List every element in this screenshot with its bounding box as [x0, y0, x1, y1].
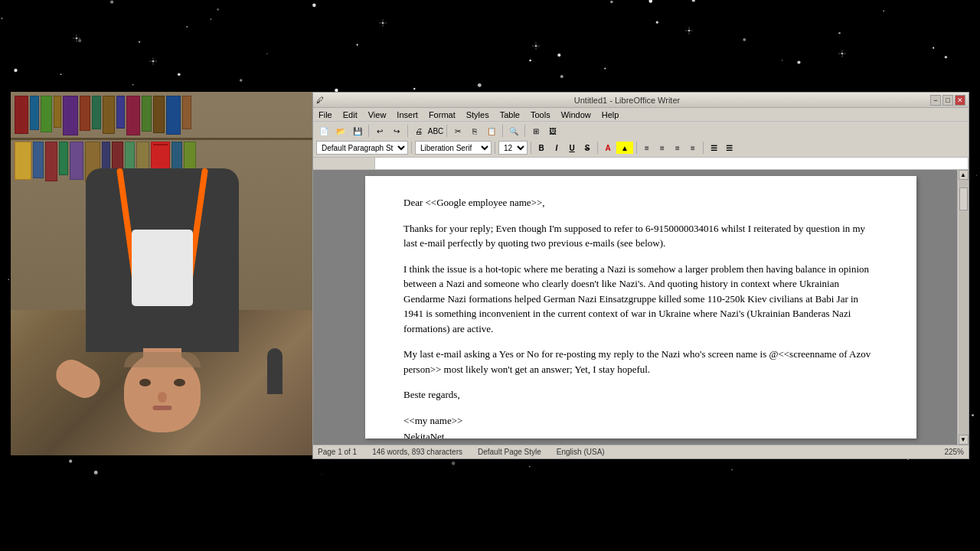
separator-2: [407, 125, 408, 137]
find-button[interactable]: 🔍: [506, 124, 521, 138]
minimize-button[interactable]: −: [930, 95, 941, 106]
paste-button[interactable]: 📋: [484, 124, 499, 138]
paragraph-2: I think the issue is a hot-topic where m…: [403, 262, 878, 337]
closing-paragraph: Beste regards,: [403, 387, 878, 403]
title-bar: 🖊 Untitled1 - LibreOffice Writer − □ ✕: [313, 93, 969, 108]
close-button[interactable]: ✕: [955, 95, 965, 106]
paragraph-3: My last e-mail asking a Yes or No for re…: [403, 347, 878, 377]
closing-text: Beste regards,: [403, 389, 460, 400]
status-bar: Page 1 of 1 146 words, 893 characters De…: [313, 445, 969, 458]
strikethrough-button[interactable]: S: [580, 142, 594, 154]
document-page[interactable]: Dear <<Google employee name>>, Thanks fo…: [365, 176, 916, 439]
font-name-dropdown[interactable]: Liberation Serif: [415, 141, 492, 155]
separator-5: [524, 125, 525, 137]
paragraph-1: Thanks for your reply; Even though I'm s…: [403, 221, 878, 251]
redo-button[interactable]: ↪: [389, 124, 404, 138]
italic-button[interactable]: I: [550, 142, 564, 154]
copy-button[interactable]: ⎘: [467, 124, 482, 138]
spellcheck-button[interactable]: ABC: [428, 124, 443, 138]
scroll-track[interactable]: [959, 180, 969, 435]
ruler-inner: [374, 158, 969, 169]
bullet-list-button[interactable]: ☰: [707, 142, 720, 154]
justify-button[interactable]: ≡: [686, 142, 700, 154]
menu-tools[interactable]: Tools: [528, 109, 553, 120]
paragraph-1-text: Thanks for your reply; Even though I'm s…: [403, 223, 865, 249]
align-right-button[interactable]: ≡: [671, 142, 684, 154]
menu-edit[interactable]: Edit: [341, 109, 360, 120]
language: English (USA): [557, 448, 605, 456]
document-area[interactable]: Dear <<Google employee name>>, Thanks fo…: [313, 170, 969, 445]
bold-button[interactable]: B: [534, 142, 548, 154]
menu-format[interactable]: Format: [426, 109, 458, 120]
maximize-button[interactable]: □: [942, 95, 953, 106]
align-center-button[interactable]: ≡: [655, 142, 669, 154]
paragraph-style-dropdown[interactable]: Default Paragraph Style: [316, 141, 408, 155]
table-button[interactable]: ⊞: [528, 124, 544, 138]
cut-button[interactable]: ✂: [450, 124, 466, 138]
menu-view[interactable]: View: [366, 109, 389, 120]
separator-8: [531, 142, 531, 154]
bottom-bar: [0, 474, 980, 551]
separator-7: [495, 142, 495, 154]
menu-window[interactable]: Window: [559, 109, 593, 120]
menu-help[interactable]: Help: [599, 109, 622, 120]
ruler: [313, 158, 969, 170]
separator-11: [703, 142, 704, 154]
image-button[interactable]: 🖼: [545, 124, 560, 138]
webcam-area: [11, 92, 313, 455]
separator-1: [368, 125, 369, 137]
separator-10: [636, 142, 637, 154]
signature-1-text: <<my name>>: [403, 415, 462, 426]
print-button[interactable]: 🖨: [411, 124, 426, 138]
save-button[interactable]: 💾: [350, 124, 365, 138]
separator-3: [446, 125, 447, 137]
font-color-button[interactable]: A: [601, 142, 615, 154]
scroll-thumb[interactable]: [959, 187, 968, 210]
underline-button[interactable]: U: [565, 142, 579, 154]
menu-bar: File Edit View Insert Format Styles Tabl…: [313, 108, 969, 122]
greeting-paragraph: Dear <<Google employee name>>,: [403, 195, 878, 210]
writer-window: 🖊 Untitled1 - LibreOffice Writer − □ ✕ F…: [312, 92, 969, 459]
separator-4: [502, 125, 503, 137]
separator-6: [411, 142, 412, 154]
paragraph-3-text: My last e-mail asking a Yes or No for re…: [403, 348, 871, 375]
new-button[interactable]: 📄: [316, 124, 332, 138]
page-style: Default Page Style: [478, 448, 541, 456]
page-info: Page 1 of 1: [318, 448, 357, 456]
vertical-scrollbar[interactable]: ▲ ▼: [957, 170, 969, 445]
window-title: Untitled1 - LibreOffice Writer: [574, 96, 680, 105]
greeting-text: Dear <<Google employee name>>,: [403, 197, 545, 208]
number-list-button[interactable]: ☰: [722, 142, 736, 154]
zoom-level: 225%: [944, 448, 964, 456]
app-icon: 🖊: [316, 96, 324, 104]
highlight-button[interactable]: ▲: [616, 142, 633, 154]
align-left-button[interactable]: ≡: [640, 142, 654, 154]
toolbar-row-2: Default Paragraph Style Liberation Serif…: [316, 140, 965, 155]
menu-styles[interactable]: Styles: [464, 109, 492, 120]
menu-table[interactable]: Table: [498, 109, 522, 120]
signature-1-paragraph: <<my name>>: [403, 413, 878, 429]
toolbar-area: 📄 📂 💾 ↩ ↪ 🖨 ABC ✂ ⎘ 📋 🔍 ⊞ 🖼 Default Para…: [313, 122, 969, 158]
scroll-down-button[interactable]: ▼: [959, 435, 969, 445]
separator-9: [597, 142, 598, 154]
word-count: 146 words, 893 characters: [372, 448, 462, 456]
signature-2-text: NekitaNet: [403, 431, 444, 439]
menu-file[interactable]: File: [316, 109, 335, 120]
scroll-up-button[interactable]: ▲: [959, 170, 969, 180]
paragraph-2-text: I think the issue is a hot-topic where m…: [403, 263, 869, 334]
font-size-dropdown[interactable]: 12 pt: [498, 141, 528, 155]
undo-button[interactable]: ↩: [372, 124, 387, 138]
menu-insert[interactable]: Insert: [394, 109, 420, 120]
open-button[interactable]: 📂: [333, 124, 348, 138]
toolbar-row-1: 📄 📂 💾 ↩ ↪ 🖨 ABC ✂ ⎘ 📋 🔍 ⊞ 🖼: [316, 123, 965, 139]
signature-2-paragraph: NekitaNet: [403, 429, 878, 439]
window-controls[interactable]: − □ ✕: [930, 95, 965, 106]
